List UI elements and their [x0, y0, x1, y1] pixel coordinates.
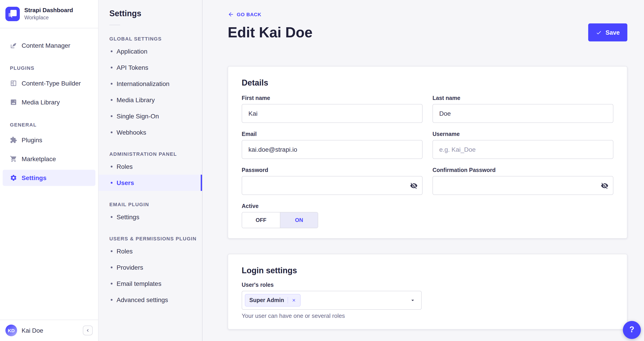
bullet-icon — [111, 216, 112, 218]
subnav-item-up-email-templates[interactable]: Email templates — [98, 276, 202, 292]
sidebar-item-label: Media Library — [22, 98, 60, 106]
sidebar-section-title: GENERAL — [0, 122, 98, 132]
subnav-item-webhooks[interactable]: Webhooks — [98, 124, 202, 140]
subnav-item-admin-roles[interactable]: Roles — [98, 158, 202, 175]
brand-subtitle: Workplace — [24, 14, 73, 21]
user-roles-label: User's roles — [242, 282, 614, 288]
subnav-section-users-permissions: USERS & PERMISSIONS PLUGIN Roles Provide… — [98, 236, 202, 308]
confirmation-password-field: Confirmation Password — [432, 167, 614, 195]
subnav-section-title: GLOBAL SETTINGS — [98, 36, 202, 43]
password-label: Password — [242, 167, 422, 173]
sidebar-nav: Content Manager PLUGINS Content-Type Bui… — [0, 28, 98, 320]
last-name-field: Last name — [432, 95, 614, 123]
email-input[interactable] — [242, 140, 422, 159]
page-title: Edit Kai Doe — [228, 24, 312, 41]
role-tag-super-admin: Super Admin — [245, 294, 301, 306]
eye-off-icon — [410, 182, 418, 189]
feather-pen-icon — [10, 42, 17, 49]
sidebar-item-marketplace[interactable]: Marketplace — [3, 151, 96, 167]
bullet-icon — [111, 299, 112, 301]
first-name-input[interactable] — [242, 104, 422, 123]
bullet-icon — [111, 132, 112, 133]
subnav-item-internationalization[interactable]: Internationalization — [98, 76, 202, 92]
brand-title: Strapi Dashboard — [24, 7, 73, 14]
sidebar-item-label: Content-Type Builder — [22, 80, 81, 87]
close-icon — [292, 298, 296, 302]
username-label: Username — [432, 131, 614, 137]
active-toggle: OFF ON — [242, 212, 318, 228]
app-window: Strapi Dashboard Workplace Content Manag… — [0, 0, 644, 341]
email-field: Email — [242, 131, 422, 159]
bullet-icon — [111, 99, 112, 101]
collapse-sidebar-button[interactable] — [83, 326, 93, 335]
sidebar-section-general: GENERAL Plugins Marketplace — [0, 122, 98, 186]
subnav-item-admin-users[interactable]: Users — [98, 175, 202, 191]
email-label: Email — [242, 131, 422, 137]
username-field: Username — [432, 131, 614, 159]
subnav-section-title: EMAIL PLUGIN — [98, 202, 202, 209]
subnav-section-email-plugin: EMAIL PLUGIN Settings — [98, 202, 202, 225]
main-sidebar: Strapi Dashboard Workplace Content Manag… — [0, 0, 98, 341]
subnav-item-single-sign-on[interactable]: Single Sign-On — [98, 108, 202, 124]
roles-hint-text: Your user can have one or several roles — [242, 312, 614, 319]
confirmation-password-label: Confirmation Password — [432, 167, 614, 173]
bullet-icon — [111, 266, 112, 268]
go-back-link[interactable]: GO BACK — [228, 11, 262, 18]
gear-icon — [10, 174, 17, 182]
sidebar-item-content-manager[interactable]: Content Manager — [3, 37, 96, 54]
sidebar-item-settings[interactable]: Settings — [3, 170, 96, 186]
settings-subnav: Settings GLOBAL SETTINGS Application API… — [98, 0, 202, 341]
active-toggle-on[interactable]: ON — [280, 212, 318, 228]
subnav-item-media-library[interactable]: Media Library — [98, 92, 202, 108]
subnav-item-api-tokens[interactable]: API Tokens — [98, 60, 202, 76]
last-name-input[interactable] — [432, 104, 614, 123]
bullet-icon — [111, 283, 112, 284]
password-input[interactable] — [242, 176, 422, 195]
subnav-section-global-settings: GLOBAL SETTINGS Application API Tokens I… — [98, 36, 202, 140]
details-card: Details First name Last name Email Usern… — [228, 66, 627, 238]
remove-role-button[interactable] — [292, 298, 296, 302]
subnav-item-up-advanced-settings[interactable]: Advanced settings — [98, 292, 202, 308]
bullet-icon — [111, 83, 112, 85]
chevron-left-icon — [85, 328, 90, 333]
arrow-left-icon — [228, 11, 234, 18]
confirmation-password-input[interactable] — [432, 176, 614, 195]
subnav-section-title: USERS & PERMISSIONS PLUGIN — [98, 236, 202, 243]
page-header: Edit Kai Doe Save — [228, 24, 627, 42]
subnav-item-email-settings[interactable]: Settings — [98, 209, 202, 225]
user-roles-select[interactable]: Super Admin — [242, 291, 422, 310]
subnav-item-application[interactable]: Application — [98, 43, 202, 60]
toggle-confirmation-visibility-button[interactable] — [596, 176, 613, 194]
first-name-label: First name — [242, 95, 422, 101]
bullet-icon — [111, 115, 112, 117]
login-settings-title: Login settings — [242, 266, 614, 276]
subnav-item-up-providers[interactable]: Providers — [98, 259, 202, 276]
strapi-logo-icon — [6, 7, 20, 21]
layout-grid-icon — [10, 80, 17, 87]
sidebar-item-label: Plugins — [22, 136, 42, 144]
active-toggle-off[interactable]: OFF — [242, 212, 280, 228]
main-content: GO BACK Edit Kai Doe Save Details First … — [202, 0, 644, 341]
workspace-switcher[interactable]: Strapi Dashboard Workplace — [0, 0, 98, 28]
first-name-field: First name — [242, 95, 422, 123]
shopping-cart-icon — [10, 155, 17, 162]
login-settings-card: Login settings User's roles Super Admin … — [228, 254, 627, 330]
user-name: Kai Doe — [22, 327, 78, 334]
help-button[interactable]: ? — [623, 321, 641, 339]
username-input[interactable] — [432, 140, 614, 159]
puzzle-icon — [10, 136, 17, 144]
sidebar-item-media-library[interactable]: Media Library — [3, 94, 96, 110]
save-button[interactable]: Save — [588, 24, 627, 42]
sidebar-item-content-type-builder[interactable]: Content-Type Builder — [3, 75, 96, 92]
image-icon — [10, 98, 17, 106]
sidebar-item-label: Content Manager — [22, 42, 70, 49]
sidebar-item-label: Marketplace — [22, 155, 56, 162]
subnav-item-up-roles[interactable]: Roles — [98, 243, 202, 259]
active-label: Active — [242, 203, 422, 209]
divider — [109, 25, 120, 25]
bullet-icon — [111, 250, 112, 252]
bullet-icon — [111, 50, 112, 52]
sidebar-item-plugins[interactable]: Plugins — [3, 132, 96, 148]
brand-text: Strapi Dashboard Workplace — [24, 7, 73, 21]
toggle-password-visibility-button[interactable] — [405, 176, 422, 194]
